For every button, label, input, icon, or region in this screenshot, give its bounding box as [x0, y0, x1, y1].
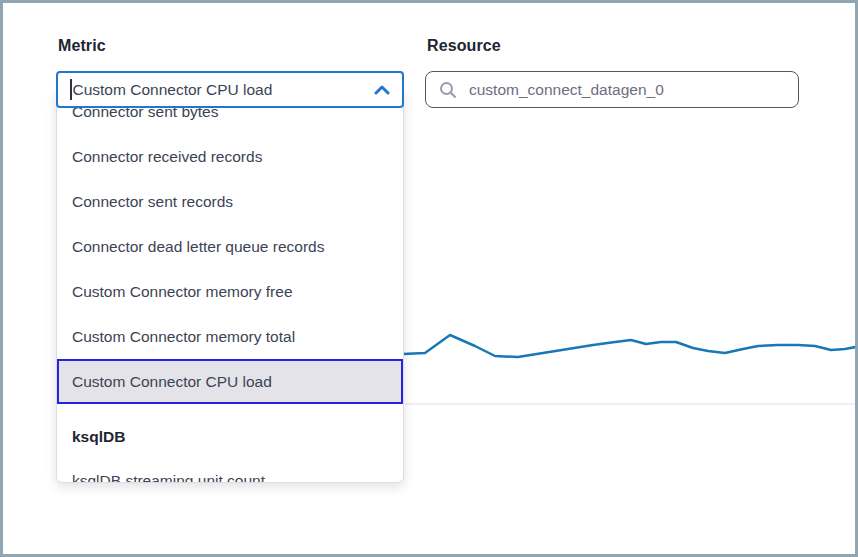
- chart-line-series: [403, 335, 858, 357]
- text-cursor: [70, 79, 72, 100]
- dropdown-item-connector-received-records[interactable]: Connector received records: [57, 134, 403, 179]
- dropdown-item-custom-connector-cpu-load-selected[interactable]: Custom Connector CPU load: [57, 359, 403, 404]
- resource-search-input[interactable]: custom_connect_datagen_0: [425, 71, 799, 108]
- dropdown-item-custom-connector-memory-free[interactable]: Custom Connector memory free: [57, 269, 403, 314]
- dropdown-item-custom-connector-memory-total[interactable]: Custom Connector memory total: [57, 314, 403, 359]
- metric-combobox-value: Custom Connector CPU load: [73, 81, 367, 99]
- metrics-explorer-panel: Metric Resource Connector sent bytes Con…: [0, 0, 858, 557]
- dropdown-item-connector-sent-records[interactable]: Connector sent records: [57, 179, 403, 224]
- dropdown-item-ksqldb-streaming-unit-count[interactable]: ksqlDB streaming unit count: [57, 458, 403, 483]
- metric-combobox[interactable]: Custom Connector CPU load: [56, 71, 404, 108]
- dropdown-section-header-ksqldb: ksqlDB: [57, 416, 403, 458]
- chevron-up-icon[interactable]: [374, 85, 390, 95]
- search-icon: [439, 81, 457, 99]
- resource-search-value: custom_connect_datagen_0: [469, 81, 664, 99]
- metric-dropdown-list: Connector sent bytes Connector received …: [56, 88, 404, 483]
- dropdown-item-connector-dead-letter-queue-records[interactable]: Connector dead letter queue records: [57, 224, 403, 269]
